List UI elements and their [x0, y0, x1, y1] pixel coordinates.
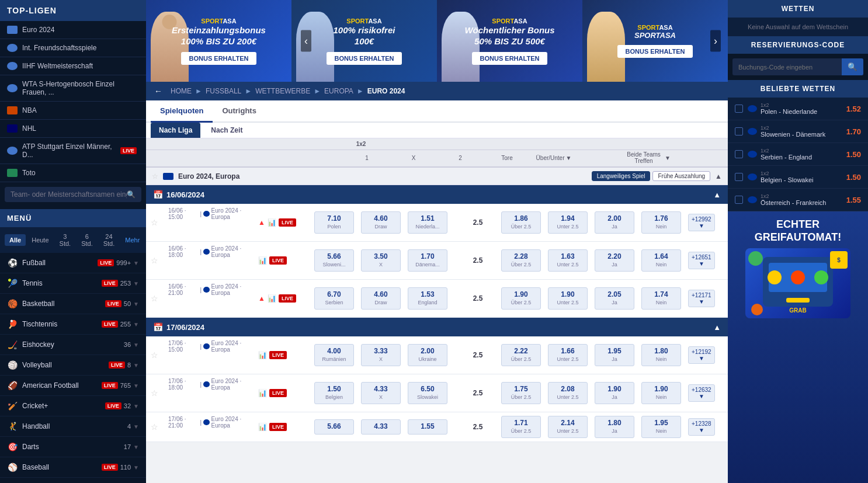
odds-btn-over-6[interactable]: 1.71Über 2.5 [501, 416, 541, 437]
odds-btn-under-2[interactable]: 1.63Unter 2.5 [548, 249, 588, 271]
banner-2-btn[interactable]: BONUS ERHALTEN [327, 52, 402, 65]
star-match-1[interactable]: ☆ [151, 218, 168, 227]
time-filter-24h[interactable]: 24 Std. [99, 231, 120, 249]
sport-item-handball[interactable]: 🤾 Handball 4 ▼ [0, 416, 146, 437]
odds-btn-under-3[interactable]: 1.90Unter 2.5 [548, 287, 588, 309]
star-match-5[interactable]: ☆ [151, 388, 168, 398]
code-input[interactable] [732, 60, 842, 75]
odds-btn-x-1[interactable]: 4.60 Draw [361, 211, 401, 233]
odds-btn-2-1[interactable]: 1.51 Niederla... [408, 211, 447, 233]
sport-item-basketball[interactable]: 🏀 Basketball LIVE 50 ▼ [0, 294, 146, 314]
sidebar-item-nhl[interactable]: NHL [0, 120, 146, 138]
odds-btn-yes-4[interactable]: 1.95Ja [595, 344, 634, 366]
odds-btn-yes-6[interactable]: 1.80Ja [595, 416, 634, 437]
odds-btn-2-3[interactable]: 1.53England [408, 287, 447, 309]
star-league[interactable]: ☆ [152, 172, 158, 180]
odds-btn-no-4[interactable]: 1.80Nein [641, 344, 681, 366]
odds-btn-yes-5[interactable]: 1.90Ja [595, 382, 634, 404]
odds-btn-over-4[interactable]: 2.22Über 2.5 [501, 344, 541, 366]
sport-item-volleyball[interactable]: 🏐 Volleyball LIVE 8 ▼ [0, 355, 146, 376]
stats-icon-6[interactable]: 📊 [258, 423, 267, 431]
stats-icon-2[interactable]: 📊 [258, 256, 267, 265]
tab-outrights[interactable]: Outrights [213, 100, 266, 123]
time-filter-more[interactable]: Mehr [120, 234, 144, 246]
sidebar-item-toto[interactable]: Toto [0, 164, 146, 182]
sidebar-item-euro2024[interactable]: Euro 2024 [0, 21, 146, 39]
odds-btn-2-5[interactable]: 6.50Slowakei [408, 382, 447, 404]
back-button[interactable]: ← [154, 86, 162, 96]
stats-icon-5[interactable]: 📊 [258, 389, 267, 397]
popular-checkbox-3[interactable] [735, 150, 743, 158]
banner-prev-button[interactable]: ‹ [301, 30, 311, 52]
breadcrumb-home[interactable]: HOME [171, 87, 192, 95]
more-btn-1[interactable]: +12992 ▼ [688, 214, 715, 231]
time-filter-6h[interactable]: 6 Std. [77, 231, 98, 249]
sport-item-boxen[interactable]: 🥊 Boxen 38 ▼ [0, 478, 146, 483]
odds-btn-1-4[interactable]: 4.00Rumänien [314, 344, 354, 366]
odds-btn-no-3[interactable]: 1.74Nein [641, 287, 681, 309]
time-filter-heute[interactable]: Heute [27, 234, 53, 246]
more-btn-5[interactable]: +12632▼ [688, 384, 715, 402]
odds-btn-x-4[interactable]: 3.33X [361, 344, 401, 366]
odds-btn-2-2[interactable]: 1.70Dänema... [408, 249, 447, 271]
odds-btn-over-3[interactable]: 1.90Über 2.5 [501, 287, 541, 309]
odds-btn-no-5[interactable]: 1.90Nein [641, 382, 681, 404]
odds-btn-x-2[interactable]: 3.50X [361, 249, 401, 271]
collapse-date-2-btn[interactable]: ▲ [713, 323, 721, 332]
odds-btn-no-2[interactable]: 1.64Nein [641, 249, 681, 271]
stats-icon-4[interactable]: 📊 [258, 351, 267, 359]
odds-btn-under-5[interactable]: 2.08Unter 2.5 [548, 382, 588, 404]
odds-btn-x-3[interactable]: 4.60Draw [361, 287, 401, 309]
breadcrumb-europa[interactable]: EUROPA [324, 87, 353, 95]
popular-checkbox-1[interactable] [735, 105, 743, 113]
sidebar-item-iihf[interactable]: IIHF Weltmeisterschaft [0, 57, 146, 75]
odds-btn-under-6[interactable]: 2.14Unter 2.5 [548, 416, 588, 437]
odds-btn-1-2[interactable]: 5.66Sloweni... [314, 249, 354, 271]
code-search-button[interactable]: 🔍 [842, 58, 863, 75]
odds-btn-over-5[interactable]: 1.75Über 2.5 [501, 382, 541, 404]
odds-btn-x-6[interactable]: 4.33 [361, 419, 401, 435]
odds-btn-yes-2[interactable]: 2.20Ja [595, 249, 634, 271]
odds-btn-yes-1[interactable]: 2.00 Ja [595, 211, 634, 233]
banner-1-btn[interactable]: BONUS ERHALTEN [181, 52, 257, 65]
odds-btn-over-1[interactable]: 1.86 Über 2.5 [501, 211, 541, 233]
banner-3-btn[interactable]: BONUS ERHALTEN [472, 52, 548, 65]
star-match-3[interactable]: ☆ [151, 294, 168, 303]
lang-btn-langweilig[interactable]: Langweiliges Spiel [592, 171, 651, 181]
star-match-2[interactable]: ☆ [151, 256, 168, 265]
sidebar-item-atp[interactable]: ATP Stuttgart Einzel Männer, D... LIVE [0, 138, 146, 164]
odds-btn-1-6[interactable]: 5.66 [314, 419, 354, 435]
odds-btn-yes-3[interactable]: 2.05Ja [595, 287, 634, 309]
banner-next-button[interactable]: › [710, 30, 721, 52]
sport-item-tischtennis[interactable]: 🏓 Tischtennis LIVE 255 ▼ [0, 314, 146, 335]
sport-item-darts[interactable]: 🎯 Darts 17 ▼ [0, 437, 146, 457]
sport-item-eishockey[interactable]: 🏒 Eishockey 36 ▼ [0, 335, 146, 355]
stats-icon-3[interactable]: 📊 [268, 294, 276, 303]
odds-btn-1-1[interactable]: 7.10 Polen [314, 211, 354, 233]
breadcrumb-fussball[interactable]: FUSSBALL [206, 87, 241, 95]
lang-btn-frueh[interactable]: Frühe Auszahlung [652, 171, 710, 181]
breadcrumb-wettbewerbe[interactable]: WETTBEWERBE [255, 87, 310, 95]
odds-btn-no-1[interactable]: 1.76 Nein [641, 211, 681, 233]
sub-tab-nach-liga[interactable]: Nach Liga [151, 123, 200, 138]
sidebar-item-nba[interactable]: NBA [0, 102, 146, 120]
search-input[interactable] [11, 190, 127, 199]
more-btn-3[interactable]: +12171▼ [688, 290, 715, 307]
odds-btn-2-6[interactable]: 1.55 [408, 419, 447, 435]
stats-icon-1[interactable]: 📊 [268, 218, 276, 227]
popular-checkbox-2[interactable] [735, 127, 743, 135]
sidebar-item-freundschaft[interactable]: Int. Freundschaftsspiele [0, 39, 146, 57]
odds-btn-under-4[interactable]: 1.66Unter 2.5 [548, 344, 588, 366]
sport-item-baseball[interactable]: ⚾ Baseball LIVE 110 ▼ [0, 457, 146, 478]
star-match-6[interactable]: ☆ [151, 422, 168, 432]
sport-item-american-football[interactable]: 🏈 American Football LIVE 765 ▼ [0, 376, 146, 396]
collapse-date-1-btn[interactable]: ▲ [713, 190, 721, 199]
sport-item-fussball[interactable]: ⚽ Fußball LIVE 999+ ▼ [0, 253, 146, 273]
search-box[interactable]: 🔍 [5, 187, 141, 202]
odds-btn-1-5[interactable]: 1.50Belgien [314, 382, 354, 404]
odds-btn-over-2[interactable]: 2.28Über 2.5 [501, 249, 541, 271]
sub-tab-nach-zeit[interactable]: Nach Zeit [203, 123, 251, 138]
odds-btn-under-1[interactable]: 1.94 Unter 2.5 [548, 211, 588, 233]
more-btn-2[interactable]: +12651▼ [688, 252, 715, 269]
popular-checkbox-5[interactable] [735, 196, 743, 204]
